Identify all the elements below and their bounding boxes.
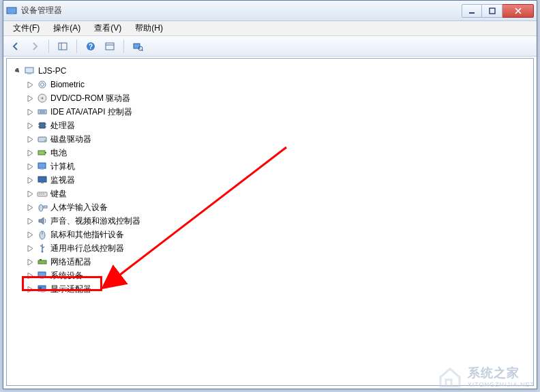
svg-line-12 (142, 50, 143, 51)
svg-rect-37 (41, 194, 42, 194)
usb-icon (37, 243, 48, 254)
expand-icon[interactable] (26, 94, 34, 102)
tree-item-processor[interactable]: 处理器 (11, 119, 529, 132)
svg-rect-49 (41, 291, 44, 292)
tree-item-disk[interactable]: 磁盘驱动器 (11, 132, 529, 146)
mouse-icon (37, 229, 48, 240)
svg-rect-19 (38, 110, 46, 114)
system-icon (37, 270, 48, 281)
svg-rect-2 (469, 12, 475, 14)
tree-item-dvd[interactable]: DVD/CD-ROM 驱动器 (11, 91, 529, 105)
svg-rect-44 (38, 260, 46, 264)
tree-item-hid[interactable]: 人体学输入设备 (11, 200, 529, 214)
svg-point-43 (42, 251, 44, 253)
expand-icon[interactable] (26, 258, 34, 266)
expand-icon[interactable] (26, 217, 34, 225)
expand-icon[interactable] (26, 176, 34, 184)
toolbar-separator (76, 40, 77, 53)
tree-item-label: DVD/CD-ROM 驱动器 (50, 93, 130, 104)
device-manager-window: 设备管理器 文件(F) 操作(A) 查看(V) 帮助(H) ? LJS-PC (3, 0, 537, 389)
tree-item-biometric[interactable]: Biometric (11, 78, 529, 91)
toolbar-separator (48, 40, 49, 53)
dvd-icon (37, 93, 48, 104)
expand-icon[interactable] (26, 190, 34, 198)
svg-rect-22 (40, 123, 45, 128)
tree-item-battery[interactable]: 电池 (11, 146, 529, 160)
back-button[interactable] (7, 38, 24, 55)
tree-item-label: 人体学输入设备 (50, 202, 108, 213)
svg-rect-46 (38, 272, 46, 277)
svg-rect-36 (39, 194, 40, 194)
scan-hardware-button[interactable] (130, 38, 146, 55)
tree-item-display[interactable]: 显示适配器 (11, 282, 529, 296)
expand-icon[interactable] (26, 271, 34, 280)
svg-rect-33 (38, 177, 46, 182)
tree-item-keyboard[interactable]: 键盘 (11, 187, 529, 200)
svg-point-16 (41, 83, 44, 87)
tree-item-mouse[interactable]: 鼠标和其他指针设备 (11, 228, 529, 241)
show-hide-button[interactable] (55, 38, 71, 55)
tree-item-label: Biometric (50, 80, 85, 89)
keyboard-icon (37, 188, 48, 199)
svg-rect-31 (38, 163, 46, 168)
svg-rect-40 (44, 206, 47, 208)
titlebar[interactable]: 设备管理器 (3, 1, 537, 21)
tree-item-label: 计算机 (50, 161, 75, 172)
expand-icon[interactable] (26, 149, 34, 157)
minimize-button[interactable] (462, 4, 482, 18)
svg-rect-47 (40, 277, 44, 279)
computer-category-icon (37, 161, 48, 172)
expand-icon[interactable] (26, 230, 34, 239)
expand-icon[interactable] (26, 108, 34, 116)
tree-item-monitor[interactable]: 监视器 (11, 173, 529, 187)
root-label: LJS-PC (38, 66, 66, 76)
forward-button[interactable] (27, 38, 43, 55)
menu-view[interactable]: 查看(V) (89, 21, 127, 35)
tree-item-label: 鼠标和其他指针设备 (50, 229, 124, 241)
help-button[interactable]: ? (82, 38, 99, 55)
menu-action[interactable]: 操作(A) (48, 21, 86, 35)
tree-item-sound[interactable]: 声音、视频和游戏控制器 (11, 214, 529, 228)
svg-rect-32 (40, 168, 44, 170)
window-title: 设备管理器 (21, 5, 62, 16)
tree-item-ide[interactable]: IDE ATA/ATAPI 控制器 (11, 105, 529, 119)
tree-item-computer[interactable]: 计算机 (11, 160, 529, 173)
tree-item-label: IDE ATA/ATAPI 控制器 (50, 106, 132, 118)
tree-item-usb[interactable]: 通用串行总线控制器 (11, 241, 529, 255)
ide-icon (37, 106, 48, 117)
menubar: 文件(F) 操作(A) 查看(V) 帮助(H) (3, 21, 537, 36)
svg-point-15 (39, 81, 46, 88)
svg-rect-38 (43, 194, 44, 194)
expand-icon[interactable] (26, 285, 34, 293)
svg-rect-14 (27, 73, 31, 74)
toolbar: ? (3, 36, 537, 57)
battery-icon (37, 147, 48, 158)
svg-rect-34 (41, 182, 44, 183)
svg-text:?: ? (89, 43, 93, 50)
tree-content[interactable]: LJS-PC Biometric DVD/CD-ROM 驱动器 IDE ATA/… (6, 58, 534, 386)
tree-item-network[interactable]: 网络适配器 (11, 255, 529, 269)
tree-item-label: 监视器 (50, 175, 75, 186)
menu-help[interactable]: 帮助(H) (130, 21, 168, 35)
tree-item-label: 通用串行总线控制器 (50, 243, 124, 254)
tree-item-system[interactable]: 系统设备 (11, 269, 529, 282)
network-icon (37, 256, 48, 267)
display-adapter-icon (37, 284, 48, 295)
hid-icon (37, 202, 48, 213)
maximize-button[interactable] (482, 4, 502, 18)
tree-item-label: 显示适配器 (50, 284, 91, 295)
expand-icon[interactable] (26, 135, 34, 143)
expand-icon[interactable] (26, 80, 34, 89)
toolbar-separator (123, 40, 124, 53)
tree-item-label: 声音、视频和游戏控制器 (50, 215, 140, 227)
close-button[interactable] (502, 4, 534, 18)
expand-icon[interactable] (26, 244, 34, 252)
tree-root[interactable]: LJS-PC (11, 64, 529, 78)
properties-button[interactable] (102, 38, 118, 55)
expand-icon[interactable] (26, 162, 34, 170)
menu-file[interactable]: 文件(F) (7, 21, 45, 35)
expand-icon[interactable] (26, 121, 34, 130)
collapse-icon[interactable] (14, 67, 22, 75)
device-tree: LJS-PC Biometric DVD/CD-ROM 驱动器 IDE ATA/… (7, 61, 533, 299)
expand-icon[interactable] (26, 203, 34, 211)
